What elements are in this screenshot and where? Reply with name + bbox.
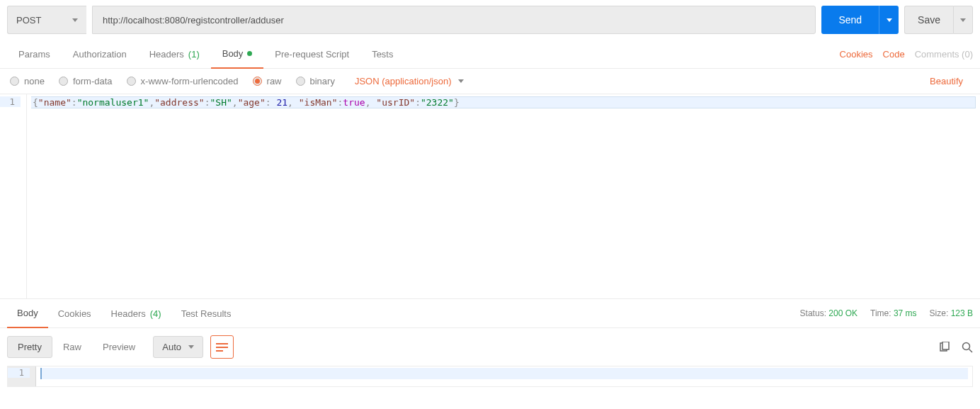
resp-headers-count: (4) (150, 308, 161, 319)
editor-gutter: 1 (0, 94, 27, 298)
comments-link[interactable]: Comments (0) (915, 49, 973, 60)
radio-icon (59, 77, 68, 86)
request-tabs: Params Authorization Headers (1) Body Pr… (7, 40, 404, 68)
resp-tab-body[interactable]: Body (7, 299, 48, 328)
radio-icon (10, 77, 19, 86)
body-type-label: none (24, 76, 45, 86)
line-number: 1 (0, 96, 21, 107)
http-method-select[interactable]: POST (7, 6, 86, 34)
caret-down-icon (458, 79, 464, 83)
caret-down-icon (887, 18, 892, 22)
editor-code[interactable]: {"name":"normaluser1","address":"SH","ag… (27, 94, 980, 298)
headers-count: (1) (188, 49, 200, 60)
tab-prerequest[interactable]: Pre-request Script (263, 40, 360, 68)
tab-tests[interactable]: Tests (360, 40, 404, 68)
body-type-label: binary (310, 76, 335, 86)
size-label: Size: (930, 308, 949, 318)
content-type-select[interactable]: JSON (application/json) (355, 76, 465, 86)
svg-point-2 (963, 342, 970, 349)
tab-body-label: Body (222, 48, 244, 59)
response-status-bar: Status: 200 OK Time: 37 ms Size: 123 B (800, 308, 973, 318)
resp-tab-headers[interactable]: Headers (4) (101, 299, 171, 327)
send-button[interactable]: Send (821, 6, 879, 34)
cookies-link[interactable]: Cookies (840, 49, 873, 60)
request-body-editor[interactable]: 1 {"name":"normaluser1","address":"SH","… (0, 94, 980, 298)
status-label: Status: (800, 308, 826, 318)
content-type-label: JSON (application/json) (355, 76, 452, 86)
caret-down-icon (72, 18, 78, 22)
format-value: Auto (162, 342, 181, 352)
tab-params[interactable]: Params (7, 40, 62, 68)
body-type-label: raw (267, 76, 282, 86)
resp-tab-test-results[interactable]: Test Results (171, 299, 241, 327)
body-type-form-data[interactable]: form-data (59, 76, 113, 86)
resp-tab-cookies[interactable]: Cookies (48, 299, 101, 327)
radio-icon (296, 77, 305, 86)
radio-icon (253, 77, 262, 86)
body-type-xwww[interactable]: x-www-form-urlencoded (127, 76, 239, 86)
time-value: 37 ms (894, 308, 917, 318)
code-link[interactable]: Code (883, 49, 905, 60)
status-value: 200 OK (828, 308, 858, 318)
body-type-label: x-www-form-urlencoded (141, 76, 239, 86)
tab-authorization[interactable]: Authorization (62, 40, 138, 68)
search-icon (962, 342, 973, 353)
view-pretty-button[interactable]: Pretty (7, 336, 52, 358)
response-body-editor[interactable]: 1 (7, 366, 973, 387)
copy-icon (939, 342, 950, 353)
response-tabs: Body Cookies Headers (4) Test Results (7, 299, 241, 327)
caret-down-icon (188, 345, 194, 349)
wrap-icon (216, 342, 228, 352)
tab-headers[interactable]: Headers (1) (138, 40, 211, 68)
caret-down-icon (960, 18, 966, 22)
resp-line-number: 1 (8, 368, 30, 378)
resp-editor-gutter: 1 (8, 366, 36, 386)
body-type-label: form-data (73, 76, 113, 86)
radio-icon (127, 77, 136, 86)
resp-tab-headers-label: Headers (111, 308, 146, 319)
save-button[interactable]: Save (904, 6, 953, 34)
tab-headers-label: Headers (149, 49, 184, 60)
body-type-none[interactable]: none (10, 76, 45, 86)
body-type-binary[interactable]: binary (296, 76, 335, 86)
svg-line-3 (969, 349, 973, 352)
beautify-button[interactable]: Beautify (930, 76, 970, 86)
tab-body[interactable]: Body (211, 40, 264, 69)
line-wrap-button[interactable] (210, 335, 234, 359)
url-input[interactable] (92, 6, 816, 34)
body-type-raw[interactable]: raw (253, 76, 282, 86)
http-method-value: POST (16, 15, 41, 26)
time-label: Time: (870, 308, 891, 318)
copy-button[interactable] (939, 342, 950, 353)
search-button[interactable] (962, 342, 973, 353)
view-preview-button[interactable]: Preview (92, 336, 146, 358)
size-value: 123 B (951, 308, 973, 318)
send-dropdown-button[interactable] (879, 6, 899, 34)
dot-indicator-icon (247, 51, 252, 56)
save-dropdown-button[interactable] (953, 6, 973, 34)
view-raw-button[interactable]: Raw (52, 336, 92, 358)
response-view-buttons: Pretty Raw Preview (7, 336, 146, 358)
svg-rect-1 (942, 342, 949, 349)
resp-editor-code[interactable] (36, 366, 972, 386)
response-format-select[interactable]: Auto (153, 336, 203, 358)
